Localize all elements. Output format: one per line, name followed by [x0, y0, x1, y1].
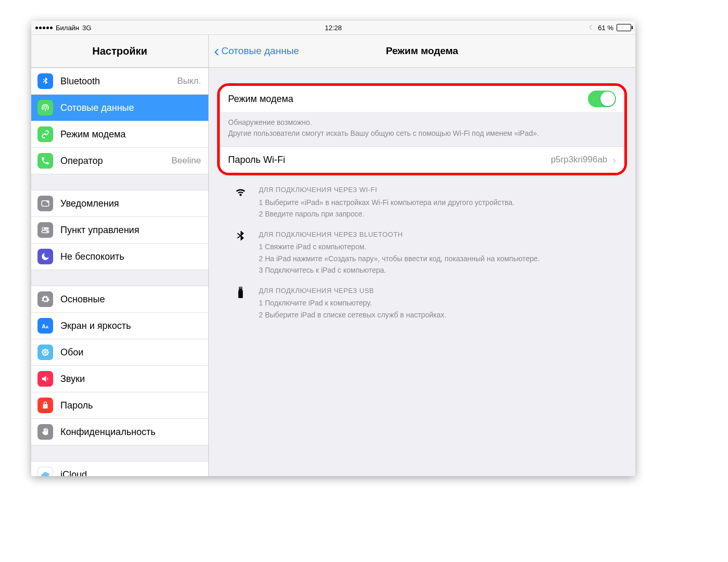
instruction-line: 1 Свяжите iPad с компьютером. [259, 241, 625, 252]
battery-icon [617, 24, 631, 31]
sidebar-item-label: Экран и яркость [60, 321, 131, 331]
footer-line-1: Обнаружение возможно. [228, 117, 616, 128]
instruction-heading: ДЛЯ ПОДКЛЮЧЕНИЯ ЧЕРЕЗ USB [259, 286, 625, 297]
cloud-icon [37, 467, 53, 476]
svg-rect-20 [239, 290, 243, 298]
svg-point-5 [46, 231, 48, 233]
phone-icon [37, 153, 53, 169]
sidebar-item-cellular[interactable]: Сотовые данные [31, 95, 208, 121]
instruction-line: 1 Подключите iPad к компьютеру. [259, 297, 625, 309]
sidebar-item-icloud[interactable]: iCloud [31, 461, 208, 476]
instruction-line: 2 Выберите iPad в списке сетевых служб в… [259, 309, 625, 321]
wifi-password-value: p5rp3kri996ab [551, 155, 608, 165]
hotspot-toggle[interactable] [588, 91, 616, 107]
highlighted-section: Режим модема Обнаружение возможно. Други… [217, 83, 627, 175]
sidebar-item-label: Основные [60, 294, 105, 305]
sidebar-item-value: Beeline [171, 156, 201, 166]
sidebar-item-label: iCloud [60, 469, 87, 477]
lock-icon [37, 398, 53, 413]
sidebar-item-display[interactable]: AAЭкран и яркость [31, 313, 208, 339]
instruction-heading: ДЛЯ ПОДКЛЮЧЕНИЯ ЧЕРЕЗ WI-FI [259, 185, 625, 196]
clock: 12:28 [234, 24, 432, 32]
sidebar-item-label: Звуки [60, 374, 85, 385]
sidebar-item-label: Конфиденциальность [60, 427, 156, 438]
sidebar-item-label: Пароль [60, 400, 93, 411]
instruction-line: 2 На iPad нажмите «Создать пару», чтобы … [259, 253, 625, 264]
svg-point-8 [44, 351, 47, 354]
svg-point-15 [42, 353, 44, 355]
notif-icon [37, 196, 53, 211]
sidebar-item-dnd[interactable]: Не беспокоить [31, 244, 208, 270]
moon-icon [37, 249, 53, 264]
svg-rect-17 [239, 287, 243, 290]
back-button[interactable]: ‹ Сотовые данные [209, 45, 299, 57]
switches-icon [37, 222, 53, 238]
instruction-heading: ДЛЯ ПОДКЛЮЧЕНИЯ ЧЕРЕЗ BLUETOOTH [259, 229, 625, 240]
svg-rect-19 [241, 287, 242, 288]
signal-dots-icon [35, 27, 53, 29]
sidebar-item-general[interactable]: Основные [31, 286, 208, 313]
hotspot-footer: Обнаружение возможно. Другие пользовател… [220, 112, 624, 146]
sidebar-item-label: Уведомления [60, 198, 119, 209]
antenna-icon [37, 100, 53, 116]
instruction-bluetooth: ДЛЯ ПОДКЛЮЧЕНИЯ ЧЕРЕЗ BLUETOOTH1 Свяжите… [209, 220, 635, 276]
sidebar-item-hotspot[interactable]: Режим модема [31, 121, 208, 148]
svg-point-12 [47, 351, 49, 353]
svg-point-16 [46, 353, 48, 355]
link-icon [37, 126, 53, 142]
speaker-icon [37, 371, 53, 387]
aa-icon: AA [37, 318, 53, 334]
chevron-right-icon: › [612, 154, 616, 166]
instruction-line: 2 Введите пароль при запросе. [259, 208, 625, 220]
footer-line-2: Другие пользователи смогут искать Вашу о… [228, 128, 616, 139]
instruction-line: 3 Подключитесь к iPad с компьютера. [259, 264, 625, 276]
sidebar-item-label: Режим модема [60, 129, 125, 140]
instruction-line: 1 Выберите «iPad» в настройках Wi-Fi ком… [259, 197, 625, 208]
sidebar-item-value: Выкл. [177, 76, 201, 86]
svg-point-14 [46, 349, 48, 351]
svg-text:A: A [46, 325, 49, 329]
sidebar-item-notif[interactable]: Уведомления [31, 190, 208, 217]
settings-sidebar: Настройки BluetoothВыкл.Сотовые данныеРе… [31, 35, 209, 476]
svg-point-10 [44, 354, 46, 356]
gear-icon [37, 291, 53, 307]
dnd-indicator-icon: ☾ [589, 24, 595, 31]
sidebar-item-label: Сотовые данные [60, 103, 134, 113]
sidebar-title: Настройки [31, 35, 208, 68]
flower-icon [37, 344, 53, 360]
sidebar-item-carrier[interactable]: ОператорBeeline [31, 148, 208, 174]
wifi-password-row[interactable]: Пароль Wi-Fi p5rp3kri996ab › [220, 146, 624, 173]
sidebar-item-label: Обои [60, 347, 83, 358]
svg-point-9 [44, 349, 46, 351]
status-bar: Билайн 3G 12:28 ☾ 61 % [31, 21, 635, 35]
sidebar-item-label: Оператор [60, 156, 103, 167]
wifi-password-label: Пароль Wi-Fi [228, 155, 285, 165]
svg-rect-18 [240, 287, 241, 288]
sidebar-item-sounds[interactable]: Звуки [31, 366, 208, 392]
hotspot-toggle-row[interactable]: Режим модема [220, 86, 624, 112]
svg-point-13 [42, 349, 44, 351]
ipad-settings-window: Билайн 3G 12:28 ☾ 61 % Настройки Bluetoo… [31, 21, 635, 476]
back-label: Сотовые данные [221, 45, 299, 57]
hand-icon [37, 424, 53, 440]
carrier-label: Билайн [56, 24, 79, 32]
hotspot-toggle-label: Режим модема [228, 94, 293, 105]
sidebar-item-bluetooth[interactable]: BluetoothВыкл. [31, 68, 208, 95]
svg-point-4 [43, 228, 44, 229]
svg-point-1 [46, 200, 49, 203]
svg-point-11 [42, 351, 44, 353]
bluetooth-icon [37, 73, 53, 89]
sidebar-item-wallpaper[interactable]: Обои [31, 339, 208, 366]
sidebar-item-passcode[interactable]: Пароль [31, 392, 208, 419]
sidebar-item-control[interactable]: Пункт управления [31, 217, 208, 244]
instruction-wifi: ДЛЯ ПОДКЛЮЧЕНИЯ ЧЕРЕЗ WI-FI1 Выберите «i… [209, 175, 635, 220]
battery-pct: 61 % [598, 24, 613, 32]
instruction-usb: ДЛЯ ПОДКЛЮЧЕНИЯ ЧЕРЕЗ USB1 Подключите iP… [209, 276, 635, 321]
sidebar-item-label: Bluetooth [60, 76, 100, 87]
bluetooth-icon [233, 229, 248, 276]
wifi-icon [233, 185, 248, 220]
usb-icon [233, 286, 248, 321]
sidebar-item-privacy[interactable]: Конфиденциальность [31, 419, 208, 445]
detail-pane: ‹ Сотовые данные Режим модема Режим моде… [209, 35, 635, 476]
sidebar-item-label: Пункт управления [60, 225, 139, 236]
